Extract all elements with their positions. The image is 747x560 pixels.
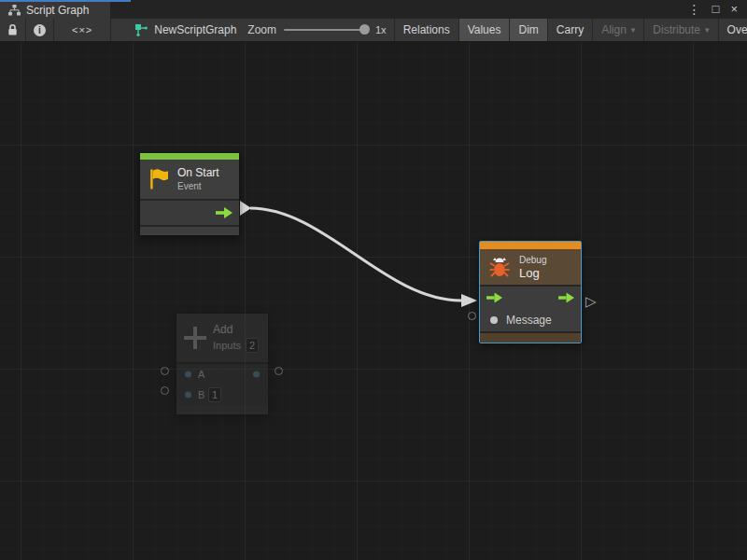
debug-log-footer bbox=[480, 333, 581, 343]
graph-name-label: NewScriptGraph bbox=[154, 23, 236, 36]
zoom-slider[interactable] bbox=[284, 29, 368, 31]
node-on-start[interactable]: On Start Event bbox=[139, 152, 240, 236]
add-b-external-port-circle[interactable] bbox=[161, 386, 169, 395]
node-add[interactable]: Add Inputs 2 A B 1 bbox=[176, 313, 269, 415]
port-b-label: B bbox=[198, 389, 204, 400]
window-controls: ⋮ □ × bbox=[688, 0, 747, 19]
add-inputs-label: Inputs bbox=[213, 340, 241, 351]
on-start-subtitle: Event bbox=[177, 180, 219, 192]
edit-script-button[interactable]: <×> bbox=[54, 19, 110, 41]
chevron-down-icon: ▾ bbox=[631, 25, 636, 35]
debug-log-control-row bbox=[480, 287, 581, 309]
grid-major bbox=[0, 42, 747, 560]
port-a-label: A bbox=[198, 369, 204, 380]
align-dropdown[interactable]: Align ▾ bbox=[593, 19, 643, 41]
debug-log-category: Debug bbox=[519, 254, 546, 266]
maximize-icon[interactable]: □ bbox=[712, 0, 720, 19]
add-port-row-a: A bbox=[176, 364, 268, 385]
control-output-external-triangle[interactable]: ▷ bbox=[585, 294, 597, 308]
port-b-value-field[interactable]: 1 bbox=[208, 387, 221, 402]
carry-label: Carry bbox=[557, 23, 584, 36]
tab-title: Script Graph bbox=[26, 4, 89, 17]
grid-and-wire-layer bbox=[0, 42, 747, 560]
add-footer bbox=[176, 405, 268, 414]
control-input-arrow-icon[interactable] bbox=[486, 293, 502, 303]
add-header[interactable]: Add Inputs 2 bbox=[176, 314, 268, 362]
add-port-row-b: B 1 bbox=[176, 385, 268, 405]
message-external-port-circle[interactable] bbox=[468, 312, 476, 320]
distribute-dropdown[interactable]: Distribute ▾ bbox=[644, 19, 717, 41]
zoom-control: Zoom 1x bbox=[247, 19, 393, 41]
overview-label: Overview bbox=[727, 23, 747, 36]
tab-script-graph[interactable]: Script Graph bbox=[0, 2, 110, 19]
debug-log-message-row: Message bbox=[480, 309, 581, 331]
node-debug-log[interactable]: Debug Log Message bbox=[479, 241, 582, 343]
relations-button[interactable]: Relations bbox=[395, 19, 458, 41]
control-output-arrow-icon[interactable] bbox=[558, 293, 574, 303]
port-b-input[interactable] bbox=[185, 392, 191, 399]
overview-button[interactable]: Overview bbox=[719, 19, 747, 41]
zoom-slider-thumb[interactable] bbox=[359, 24, 370, 35]
values-label: Values bbox=[468, 23, 501, 36]
flag-icon bbox=[148, 167, 170, 191]
message-port-label: Message bbox=[506, 314, 552, 327]
values-button[interactable]: Values bbox=[459, 19, 510, 41]
plus-icon bbox=[184, 327, 206, 349]
debug-log-accent-bar bbox=[480, 242, 581, 249]
add-inputs-count-field[interactable]: 2 bbox=[246, 338, 259, 353]
info-button[interactable]: i bbox=[26, 19, 53, 41]
on-start-title: On Start bbox=[177, 166, 219, 180]
relations-label: Relations bbox=[403, 23, 450, 36]
dim-label: Dim bbox=[518, 23, 538, 36]
control-output-arrow-icon[interactable] bbox=[216, 207, 233, 218]
script-graph-window: Script Graph ⋮ □ × i <×> bbox=[0, 0, 747, 560]
dim-button[interactable]: Dim bbox=[510, 19, 546, 41]
message-input-port[interactable] bbox=[490, 316, 498, 324]
tab-bar: Script Graph ⋮ □ × bbox=[0, 0, 747, 19]
chevron-down-icon: ▾ bbox=[705, 25, 710, 35]
graph-canvas[interactable]: On Start Event bbox=[0, 42, 747, 560]
lock-button[interactable] bbox=[0, 19, 25, 41]
graph-name-section[interactable]: NewScriptGraph bbox=[111, 19, 247, 41]
close-icon[interactable]: × bbox=[730, 0, 738, 19]
bug-icon bbox=[487, 255, 512, 279]
align-label: Align bbox=[601, 23, 627, 36]
add-output-external-port-circle[interactable] bbox=[275, 367, 283, 375]
distribute-label: Distribute bbox=[653, 23, 700, 36]
on-start-footer bbox=[140, 227, 239, 235]
on-start-accent-bar bbox=[140, 153, 239, 160]
info-icon: i bbox=[34, 24, 46, 36]
graph-hierarchy-icon bbox=[8, 5, 21, 16]
debug-log-title: Log bbox=[519, 266, 546, 280]
zoom-value: 1x bbox=[375, 24, 387, 35]
sum-output-port[interactable] bbox=[253, 371, 260, 378]
add-a-external-port-circle[interactable] bbox=[161, 367, 169, 375]
add-title: Add bbox=[213, 323, 259, 336]
lock-icon bbox=[7, 23, 18, 36]
on-start-control-row bbox=[140, 201, 239, 225]
carry-button[interactable]: Carry bbox=[548, 19, 592, 41]
graph-toolbar: i <×> NewScriptGraph Zoom 1x Rela bbox=[0, 19, 747, 42]
debug-log-header[interactable]: Debug Log bbox=[480, 249, 581, 285]
window-menu-icon[interactable]: ⋮ bbox=[688, 0, 701, 19]
on-start-header[interactable]: On Start Event bbox=[140, 160, 239, 199]
port-a-input[interactable] bbox=[185, 371, 191, 378]
code-icon: <×> bbox=[63, 24, 102, 35]
zoom-label: Zoom bbox=[247, 23, 276, 36]
script-graph-asset-icon bbox=[135, 24, 148, 36]
